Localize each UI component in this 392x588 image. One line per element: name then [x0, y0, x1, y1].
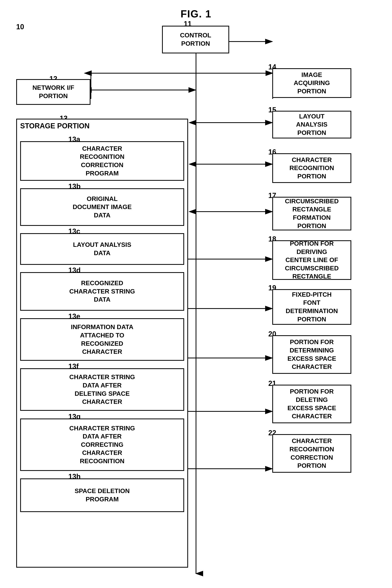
space-deletion-prog-label: SPACE DELETION PROGRAM	[75, 487, 130, 503]
storage-outer-box: STORAGE PORTION 13a CHARACTER RECOGNITIO…	[16, 119, 188, 568]
control-portion-label: CONTROL PORTION	[180, 31, 211, 48]
determining-excess-box: PORTION FOR DETERMINING EXCESS SPACE CHA…	[272, 335, 351, 374]
determining-excess-label: PORTION FOR DETERMINING EXCESS SPACE CHA…	[288, 338, 336, 371]
layout-analysis-label: LAYOUT ANALYSIS PORTION	[296, 112, 328, 137]
deriving-center-line-box: PORTION FOR DERIVING CENTER LINE OF CIRC…	[272, 240, 351, 280]
circumscribed-rect-label: CIRCUMSCRIBED RECTANGLE FORMATION PORTIO…	[285, 197, 339, 230]
space-deletion-prog-box: SPACE DELETION PROGRAM	[20, 478, 184, 512]
layout-analysis-data-label: LAYOUT ANALYSIS DATA	[73, 241, 131, 257]
layout-analysis-box: LAYOUT ANALYSIS PORTION	[272, 111, 351, 138]
recognized-char-string-label: RECOGNIZED CHARACTER STRING DATA	[69, 279, 135, 304]
storage-portion-label: STORAGE PORTION	[20, 122, 90, 130]
ref-10: 10	[16, 23, 24, 31]
figure-title: FIG. 1	[180, 8, 212, 20]
deriving-center-line-label: PORTION FOR DERIVING CENTER LINE OF CIRC…	[285, 239, 339, 281]
char-recog-corr-prog-label: CHARACTER RECOGNITION CORRECTION PROGRAM	[80, 145, 124, 177]
fixed-pitch-box: FIXED-PITCH FONT DETERMINATION PORTION	[272, 289, 351, 325]
char-string-correct-box: CHARACTER STRING DATA AFTER CORRECTING C…	[20, 419, 184, 471]
control-portion-box: CONTROL PORTION	[162, 26, 229, 53]
character-recognition-label: CHARACTER RECOGNITION PORTION	[290, 156, 334, 181]
diagram: FIG. 1 10 11 CONTROL PORTION 14 IMAGE AC…	[0, 0, 392, 588]
image-acquiring-box: IMAGE ACQUIRING PORTION	[272, 68, 351, 98]
char-recog-corr-prog-box: CHARACTER RECOGNITION CORRECTION PROGRAM	[20, 141, 184, 181]
deleting-excess-label: PORTION FOR DELETING EXCESS SPACE CHARAC…	[288, 387, 336, 420]
char-recog-correction-box: CHARACTER RECOGNITION CORRECTION PORTION	[272, 434, 351, 473]
original-doc-image-box: ORIGINAL DOCUMENT IMAGE DATA	[20, 188, 184, 226]
circumscribed-rect-box: CIRCUMSCRIBED RECTANGLE FORMATION PORTIO…	[272, 197, 351, 230]
info-data-attached-label: INFORMATION DATA ATTACHED TO RECOGNIZED …	[71, 323, 133, 356]
info-data-attached-box: INFORMATION DATA ATTACHED TO RECOGNIZED …	[20, 318, 184, 361]
network-if-box: NETWORK I/F PORTION	[16, 79, 90, 105]
char-recog-correction-label: CHARACTER RECOGNITION CORRECTION PORTION	[290, 437, 334, 470]
deleting-excess-box: PORTION FOR DELETING EXCESS SPACE CHARAC…	[272, 385, 351, 423]
char-string-delete-label: CHARACTER STRING DATA AFTER DELETING SPA…	[69, 373, 135, 406]
char-string-delete-box: CHARACTER STRING DATA AFTER DELETING SPA…	[20, 368, 184, 411]
recognized-char-string-box: RECOGNIZED CHARACTER STRING DATA	[20, 272, 184, 311]
char-string-correct-label: CHARACTER STRING DATA AFTER CORRECTING C…	[69, 424, 135, 465]
fixed-pitch-label: FIXED-PITCH FONT DETERMINATION PORTION	[286, 290, 338, 323]
original-doc-image-label: ORIGINAL DOCUMENT IMAGE DATA	[73, 195, 132, 219]
network-if-label: NETWORK I/F PORTION	[32, 84, 74, 100]
layout-analysis-data-box: LAYOUT ANALYSIS DATA	[20, 233, 184, 265]
image-acquiring-label: IMAGE ACQUIRING PORTION	[294, 71, 330, 96]
character-recognition-box: CHARACTER RECOGNITION PORTION	[272, 153, 351, 183]
